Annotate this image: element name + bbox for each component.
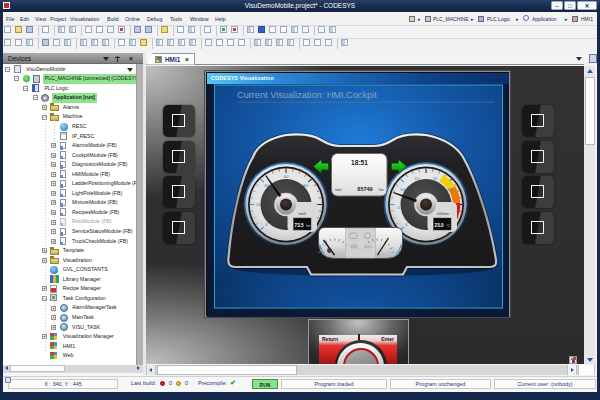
- svg-text:Current Visualization: HMI.Coc: Current Visualization: HMI.Cockpit: [237, 90, 377, 100]
- svg-text:85749: 85749: [357, 186, 372, 192]
- svg-text:km: km: [306, 224, 311, 228]
- svg-text:73.5: 73.5: [295, 223, 304, 228]
- svg-text:km: km: [379, 188, 384, 192]
- svg-text:23.0: 23.0: [435, 223, 444, 228]
- svg-text:18:51: 18:51: [351, 158, 368, 165]
- svg-text:x100/min: x100/min: [436, 212, 449, 216]
- svg-text:km/h: km/h: [299, 212, 306, 216]
- svg-text:total: total: [335, 188, 342, 192]
- svg-text:60: 60: [284, 174, 289, 179]
